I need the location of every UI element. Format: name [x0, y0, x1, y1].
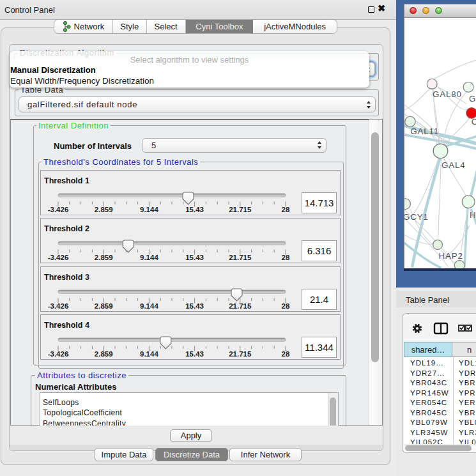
svg-text:-3.426: -3.426: [48, 254, 69, 261]
svg-text:CR: CR: [472, 117, 476, 127]
svg-text:9.144: 9.144: [140, 254, 158, 261]
svg-text:15.43: 15.43: [185, 302, 204, 310]
svg-text:9.144: 9.144: [140, 350, 158, 358]
svg-text:GAL4: GAL4: [441, 160, 465, 170]
svg-text:GAL80: GAL80: [433, 89, 462, 99]
svg-text:H: H: [470, 210, 476, 220]
svg-text:15.43: 15.43: [185, 206, 204, 213]
svg-text:28: 28: [282, 254, 290, 261]
svg-text:GA: GA: [469, 94, 476, 104]
svg-text:21.715: 21.715: [229, 302, 252, 310]
svg-text:9.144: 9.144: [140, 302, 158, 310]
svg-text:2.859: 2.859: [95, 302, 113, 310]
svg-text:GCY1: GCY1: [404, 212, 429, 222]
svg-text:21.715: 21.715: [229, 206, 252, 213]
svg-text:-3.426: -3.426: [48, 302, 69, 310]
svg-text:9.144: 9.144: [140, 206, 158, 213]
svg-text:28: 28: [282, 206, 290, 213]
svg-text:21.715: 21.715: [229, 350, 252, 358]
svg-text:GAL11: GAL11: [410, 127, 439, 136]
svg-text:2.859: 2.859: [95, 350, 113, 358]
svg-text:15.43: 15.43: [185, 254, 204, 261]
svg-text:15.43: 15.43: [185, 350, 204, 358]
svg-text:28: 28: [282, 350, 290, 358]
svg-text:HAP2: HAP2: [439, 251, 463, 261]
svg-text:-3.426: -3.426: [48, 206, 69, 213]
svg-text:-3.426: -3.426: [48, 350, 69, 358]
svg-text:2.859: 2.859: [95, 206, 113, 213]
svg-text:2.859: 2.859: [95, 254, 113, 261]
svg-text:28: 28: [282, 302, 290, 310]
svg-text:21.715: 21.715: [229, 254, 252, 261]
